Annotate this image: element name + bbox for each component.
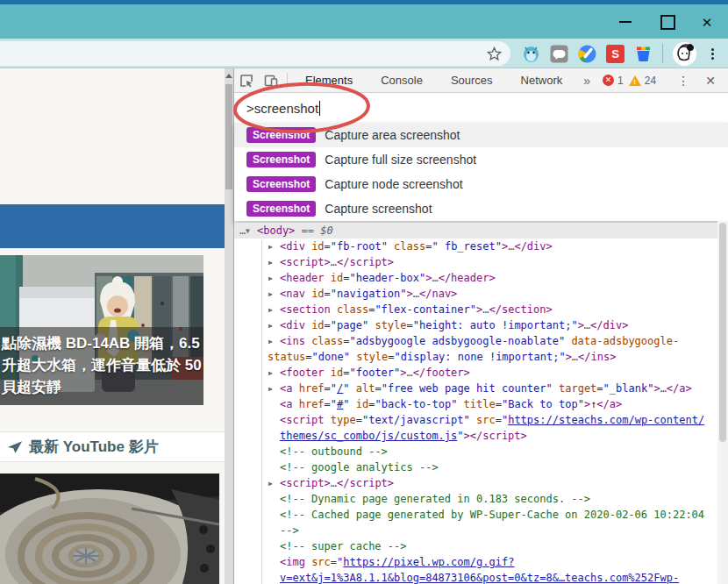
collapsed-arrow-icon[interactable]: ▶: [268, 303, 273, 318]
collapsed-arrow-icon[interactable]: ▶: [268, 239, 273, 255]
suggestion-capture-node[interactable]: Screenshot Capture node screenshot: [234, 172, 728, 196]
collapsed-arrow-icon[interactable]: ▶: [268, 334, 273, 350]
scrollbar-up-button[interactable]: [225, 70, 233, 81]
screenshot-badge: Screenshot: [246, 127, 316, 143]
code-line[interactable]: ▶<nav id="navigation">…</nav>: [234, 286, 728, 302]
tab-network-label: Network: [521, 74, 563, 87]
code-line[interactable]: …▼<body> == $0: [234, 223, 728, 239]
devtools-menu-icon[interactable]: ⋮: [670, 74, 696, 88]
inspect-element-button[interactable]: [234, 69, 259, 92]
device-toolbar-button[interactable]: [259, 69, 283, 92]
youtube-video-thumbnail[interactable]: [0, 474, 219, 584]
code-line[interactable]: ▶<a href="/" alt="free web page hit coun…: [234, 381, 728, 396]
tab-elements[interactable]: Elements: [291, 68, 367, 92]
suggestion-capture-screenshot[interactable]: Screenshot Capture screenshot: [234, 196, 728, 221]
profile-avatar[interactable]: [673, 42, 696, 66]
paper-plane-icon: [7, 439, 23, 455]
screenshot-badge: Screenshot: [246, 176, 316, 192]
caption-line-2: 升超大水箱，運作音量低於 50: [2, 354, 202, 376]
close-button[interactable]: ✕: [694, 8, 720, 36]
line-extension-icon[interactable]: [550, 45, 568, 63]
window-titlebar: ✕: [0, 4, 728, 39]
caption-line-3: 貝超安靜: [2, 376, 202, 398]
scrollbar-thumb[interactable]: [225, 84, 232, 189]
article-thumbnail[interactable]: 點除濕機 BD-14AB 開箱，6.5 升超大水箱，運作音量低於 50 貝超安靜: [0, 255, 203, 405]
tab-elements-label: Elements: [305, 74, 353, 87]
caption-line-1: 點除濕機 BD-14AB 開箱，6.5: [2, 332, 202, 354]
console-warning-badge[interactable]: ! 24: [629, 75, 656, 87]
code-line[interactable]: ▶<footer id="footer">…</footer>: [234, 365, 728, 381]
suggestion-label: Capture full size screenshot: [325, 153, 476, 167]
devtools-panel: Elements Console Sources Network » ✕ 1 !…: [233, 68, 728, 584]
command-palette-input[interactable]: >screenshot: [234, 93, 728, 123]
collapsed-arrow-icon[interactable]: ▶: [268, 366, 273, 381]
extension-row: S: [522, 39, 728, 68]
toolbar-separator: [662, 44, 663, 63]
page-scrollbar[interactable]: [225, 68, 233, 584]
bucket-extension-icon[interactable]: [634, 45, 653, 63]
code-line[interactable]: ▶<header id="header-box">…</header>: [234, 270, 728, 286]
suggestion-capture-full-size[interactable]: Screenshot Capture full size screenshot: [234, 147, 728, 172]
devtools-scrollbar[interactable]: [717, 221, 728, 584]
page-banner: [0, 204, 225, 248]
warning-count: 24: [645, 75, 656, 87]
code-line[interactable]: v=ext&j=1%3A8.1.1&blog=84873106&post=0&t…: [234, 570, 728, 584]
colored-circle-extension-icon[interactable]: [578, 45, 596, 63]
browser-menu-icon[interactable]: [706, 46, 719, 61]
code-line[interactable]: ▶<script>…</script>: [234, 254, 728, 270]
warning-icon: !: [629, 75, 641, 86]
devtools-scrollbar-thumb[interactable]: [719, 223, 726, 442]
code-line[interactable]: <!-- Cached page generated by WP-Super-C…: [234, 507, 728, 523]
code-line[interactable]: <script type="text/javascript" src="http…: [234, 412, 728, 428]
youtube-section-heading: 最新 YouTube 影片: [0, 431, 225, 462]
code-line[interactable]: <!-- outbound -->: [234, 444, 728, 459]
devtools-close-icon[interactable]: ✕: [698, 74, 723, 88]
code-line[interactable]: <img src="https://pixel.wp.com/g.gif?: [234, 554, 728, 570]
tab-console-label: Console: [381, 74, 423, 87]
code-line[interactable]: themes/sc_combo/js/custom.js"></script>: [234, 428, 728, 444]
error-count: 1: [617, 75, 624, 87]
tab-console[interactable]: Console: [367, 68, 437, 92]
maximize-button[interactable]: [654, 8, 681, 36]
screenshot-badge: Screenshot: [246, 152, 316, 167]
minimize-button[interactable]: [612, 8, 639, 36]
webpage-viewport: 點除濕機 BD-14AB 開箱，6.5 升超大水箱，運作音量低於 50 貝超安靜…: [0, 68, 225, 584]
code-line[interactable]: <!-- super cache -->: [234, 538, 728, 554]
suggestion-capture-area[interactable]: Screenshot Capture area screenshot: [234, 123, 728, 147]
error-icon: ✕: [603, 75, 614, 86]
code-line[interactable]: <a href="#" id="back-to-top" title="Back…: [234, 396, 728, 412]
code-line[interactable]: ▶<div id="fb-root" class=" fb_reset">…</…: [234, 239, 728, 254]
text-caret: [319, 101, 320, 116]
tab-sources[interactable]: Sources: [437, 68, 507, 92]
s-extension-icon[interactable]: S: [606, 45, 625, 63]
collapsed-arrow-icon[interactable]: ▶: [268, 476, 273, 492]
maximize-icon: [660, 15, 675, 30]
code-line[interactable]: status="done" style="display: none !impo…: [234, 349, 728, 365]
console-error-badge[interactable]: ✕ 1: [603, 75, 624, 87]
address-bar[interactable]: [0, 41, 510, 66]
expanded-arrow-icon[interactable]: ▼: [246, 224, 250, 239]
devtools-tabbar: Elements Console Sources Network » ✕ 1 !…: [234, 68, 728, 93]
browser-window: ✕ S: [0, 0, 728, 584]
collapsed-arrow-icon[interactable]: ▶: [268, 271, 273, 287]
code-line[interactable]: ▶<section class="flex-container">…</sect…: [234, 302, 728, 317]
code-line[interactable]: ▶<ins class="adsbygoogle adsbygoogle-noa…: [234, 333, 728, 349]
mascot-extension-icon[interactable]: [522, 45, 540, 63]
more-tabs-button[interactable]: »: [576, 74, 597, 88]
collapsed-arrow-icon[interactable]: ▶: [268, 287, 273, 303]
article-caption: 點除濕機 BD-14AB 開箱，6.5 升超大水箱，運作音量低於 50 貝超安靜: [0, 327, 203, 405]
browser-toolbar: S: [0, 39, 728, 68]
collapsed-arrow-icon[interactable]: ▶: [268, 318, 273, 334]
s-extension-label: S: [611, 47, 619, 61]
code-line[interactable]: -->: [234, 523, 728, 538]
bookmark-star-icon[interactable]: [487, 46, 502, 61]
collapsed-arrow-icon[interactable]: ▶: [268, 255, 273, 271]
code-line[interactable]: ▶<script>…</script>: [234, 475, 728, 491]
elements-tree: …▼<body> == $0▶<div id="fb-root" class="…: [234, 221, 728, 584]
code-line[interactable]: ▶<div id="page" style="height: auto !imp…: [234, 317, 728, 333]
tab-network[interactable]: Network: [507, 68, 577, 92]
code-line[interactable]: <!-- google analytics -->: [234, 459, 728, 475]
code-line[interactable]: <!-- Dynamic page generated in 0.183 sec…: [234, 491, 728, 507]
collapsed-arrow-icon[interactable]: ▶: [268, 381, 273, 397]
minimize-icon: [619, 21, 632, 23]
